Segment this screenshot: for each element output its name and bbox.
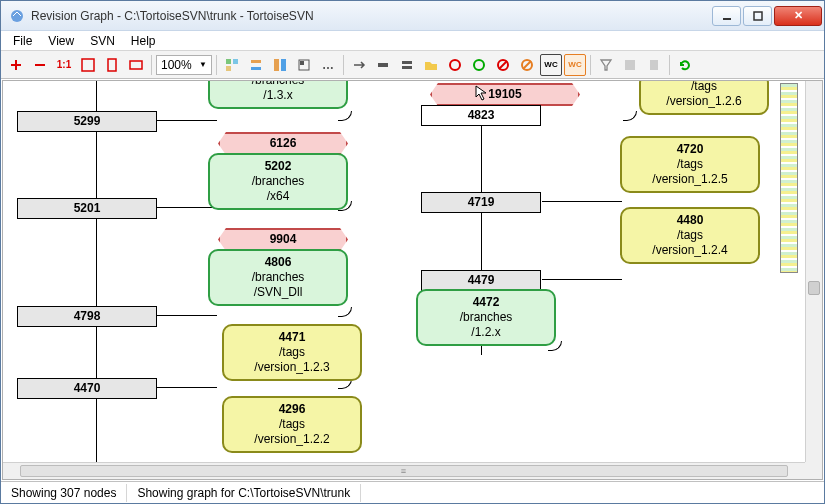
close-button[interactable]: ✕ — [774, 6, 822, 26]
wc-icon[interactable]: WC — [540, 54, 562, 76]
toolbar: 1:1 100%▼ … WC WC — [1, 51, 824, 79]
branch-node[interactable]: /branches/1.3.x — [208, 81, 348, 109]
app-window: Revision Graph - C:\TortoiseSVN\trunk - … — [0, 0, 825, 504]
rev-node[interactable]: 5201 — [17, 198, 157, 219]
show-overview-icon[interactable] — [293, 54, 315, 76]
deleted-node[interactable]: 6126 — [218, 132, 348, 155]
rev-node[interactable]: 4479 — [421, 270, 541, 291]
deleted-node[interactable]: 9904 — [218, 228, 348, 251]
graph-canvas[interactable]: 5299 5201 4798 4470 /branches/1.3.x 6126… — [3, 81, 798, 462]
folder-yellow-icon[interactable] — [420, 54, 442, 76]
disabled2-icon — [643, 54, 665, 76]
svg-line-26 — [523, 61, 531, 69]
svg-rect-14 — [274, 59, 279, 71]
oldest-top-icon[interactable] — [245, 54, 267, 76]
rev-node[interactable]: 4719 — [421, 192, 541, 213]
branch-node[interactable]: 5202/branches/x64 — [208, 153, 348, 210]
menu-view[interactable]: View — [40, 32, 82, 50]
svg-rect-13 — [251, 67, 261, 70]
rev-node[interactable]: 4798 — [17, 306, 157, 327]
svg-rect-12 — [251, 60, 261, 63]
zoom-out-icon[interactable] — [29, 54, 51, 76]
svg-rect-8 — [130, 61, 142, 69]
overview-strip[interactable] — [780, 83, 798, 273]
menu-file[interactable]: File — [5, 32, 40, 50]
branch-node[interactable]: 4806/branches/SVN_Dll — [208, 249, 348, 306]
svg-rect-19 — [402, 61, 412, 64]
filter-icon[interactable] — [595, 54, 617, 76]
svg-rect-15 — [281, 59, 286, 71]
window-title: Revision Graph - C:\TortoiseSVN\trunk - … — [31, 9, 712, 23]
fit-all-icon[interactable] — [125, 54, 147, 76]
show-tree-stripes-icon[interactable] — [269, 54, 291, 76]
zoom-11-icon[interactable]: 1:1 — [53, 54, 75, 76]
svg-rect-17 — [300, 61, 304, 65]
svg-line-24 — [499, 61, 507, 69]
tag-node[interactable]: 4720/tags/version_1.2.5 — [620, 136, 760, 193]
menu-help[interactable]: Help — [123, 32, 164, 50]
svg-rect-27 — [625, 60, 635, 70]
svg-rect-18 — [378, 63, 388, 67]
arrow-icon[interactable] — [348, 54, 370, 76]
titlebar[interactable]: Revision Graph - C:\TortoiseSVN\trunk - … — [1, 1, 824, 31]
svg-rect-7 — [108, 59, 116, 71]
app-icon — [9, 8, 25, 24]
graph-viewport: 5299 5201 4798 4470 /branches/1.3.x 6126… — [2, 80, 823, 480]
svg-rect-6 — [82, 59, 94, 71]
maximize-button[interactable] — [743, 6, 772, 26]
status-node-count: Showing 307 nodes — [1, 484, 127, 502]
tag-node[interactable]: /tags/version_1.2.6 — [639, 81, 769, 115]
tag-node[interactable]: 4471/tags/version_1.2.3 — [222, 324, 362, 381]
statusbar: Showing 307 nodes Showing graph for C:\T… — [1, 481, 824, 503]
svg-rect-11 — [226, 66, 231, 71]
status-graph-path: Showing graph for C:\TortoiseSVN\trunk — [127, 484, 361, 502]
more-options-icon[interactable]: … — [317, 54, 339, 76]
svg-rect-28 — [650, 60, 658, 70]
svg-rect-10 — [233, 59, 238, 64]
collapse-icon[interactable] — [372, 54, 394, 76]
svg-rect-2 — [754, 12, 762, 20]
minimize-crossings-icon[interactable] — [396, 54, 418, 76]
branch-node[interactable]: 4472/branches/1.2.x — [416, 289, 556, 346]
fit-width-icon[interactable] — [77, 54, 99, 76]
svg-point-22 — [474, 60, 484, 70]
circle-orange-icon[interactable] — [516, 54, 538, 76]
wc-orange-icon[interactable]: WC — [564, 54, 586, 76]
svg-rect-9 — [226, 59, 231, 64]
circle-red2-icon[interactable] — [492, 54, 514, 76]
circle-green-icon[interactable] — [468, 54, 490, 76]
refresh-icon[interactable] — [674, 54, 696, 76]
zoom-combo[interactable]: 100%▼ — [156, 55, 212, 75]
circle-red-icon[interactable] — [444, 54, 466, 76]
group-branches-icon[interactable] — [221, 54, 243, 76]
rev-node[interactable]: 4823 — [421, 105, 541, 126]
tag-node[interactable]: 4480/tags/version_1.2.4 — [620, 207, 760, 264]
minimize-button[interactable] — [712, 6, 741, 26]
rev-node[interactable]: 5299 — [17, 111, 157, 132]
deleted-node[interactable]: 19105 — [430, 83, 580, 106]
menu-svn[interactable]: SVN — [82, 32, 123, 50]
menubar: File View SVN Help — [1, 31, 824, 51]
svg-point-21 — [450, 60, 460, 70]
tag-node[interactable]: 4296/tags/version_1.2.2 — [222, 396, 362, 453]
svg-rect-20 — [402, 66, 412, 69]
rev-node[interactable]: 4470 — [17, 378, 157, 399]
vertical-scrollbar[interactable] — [805, 81, 822, 462]
horizontal-scrollbar[interactable]: ≡ — [3, 462, 805, 479]
fit-height-icon[interactable] — [101, 54, 123, 76]
disabled1-icon — [619, 54, 641, 76]
zoom-in-icon[interactable] — [5, 54, 27, 76]
